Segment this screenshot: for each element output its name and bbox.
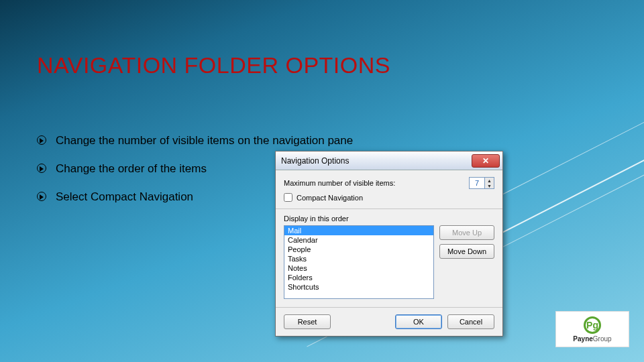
compact-nav-label: Compact Navigation <box>297 194 363 202</box>
list-item[interactable]: Folders <box>284 273 433 282</box>
arrow-icon <box>37 164 46 173</box>
arrow-icon <box>37 192 46 201</box>
dialog-body: Maximum number of visible items: 7 ▲ ▼ C… <box>276 170 502 299</box>
dialog-titlebar[interactable]: Navigation Options ✕ <box>276 152 502 170</box>
list-item[interactable]: Tasks <box>284 254 433 263</box>
list-item[interactable]: Calendar <box>284 235 433 245</box>
slide: NAVIGATION FOLDER OPTIONS Change the num… <box>0 0 644 362</box>
move-down-button[interactable]: Move Down <box>439 244 494 259</box>
spinner-up-icon[interactable]: ▲ <box>484 178 494 183</box>
compact-nav-checkbox[interactable]: Compact Navigation <box>284 193 494 202</box>
bullet-text: Select Compact Navigation <box>56 190 193 204</box>
separator <box>276 208 502 209</box>
max-items-label: Maximum number of visible items: <box>284 179 469 187</box>
list-item[interactable]: People <box>284 245 433 254</box>
arrow-icon <box>37 135 46 145</box>
logo-mark: Pg <box>584 316 601 334</box>
dialog-footer: Reset OK Cancel <box>276 307 502 336</box>
logo-text: PayneGroup <box>573 335 611 343</box>
move-up-button[interactable]: Move Up <box>439 225 494 240</box>
paynegroup-logo: Pg PayneGroup <box>555 311 629 347</box>
cancel-button[interactable]: Cancel <box>447 314 494 329</box>
max-items-spinner[interactable]: 7 ▲ ▼ <box>469 177 494 189</box>
close-button[interactable]: ✕ <box>472 154 500 168</box>
reset-button[interactable]: Reset <box>284 314 331 329</box>
dialog-title: Navigation Options <box>281 156 472 166</box>
bullet-text: Change the order of the items <box>56 162 207 176</box>
order-listbox[interactable]: Mail Calendar People Tasks Notes Folders… <box>284 225 434 299</box>
list-item[interactable]: Mail <box>284 226 433 235</box>
bullet-text: Change the number of visible items on th… <box>56 134 353 147</box>
close-icon: ✕ <box>482 156 489 166</box>
navigation-options-dialog: Navigation Options ✕ Maximum number of v… <box>275 151 503 337</box>
list-item[interactable]: Notes <box>284 263 433 273</box>
order-label: Display in this order <box>284 215 494 223</box>
max-items-value: 7 <box>470 179 484 187</box>
list-item[interactable]: Shortcuts <box>284 282 433 292</box>
spinner-down-icon[interactable]: ▼ <box>484 183 494 188</box>
slide-title: NAVIGATION FOLDER OPTIONS <box>37 52 390 78</box>
list-item: Change the number of visible items on th… <box>37 134 413 147</box>
ok-button[interactable]: OK <box>395 314 442 329</box>
compact-nav-input[interactable] <box>284 193 292 202</box>
